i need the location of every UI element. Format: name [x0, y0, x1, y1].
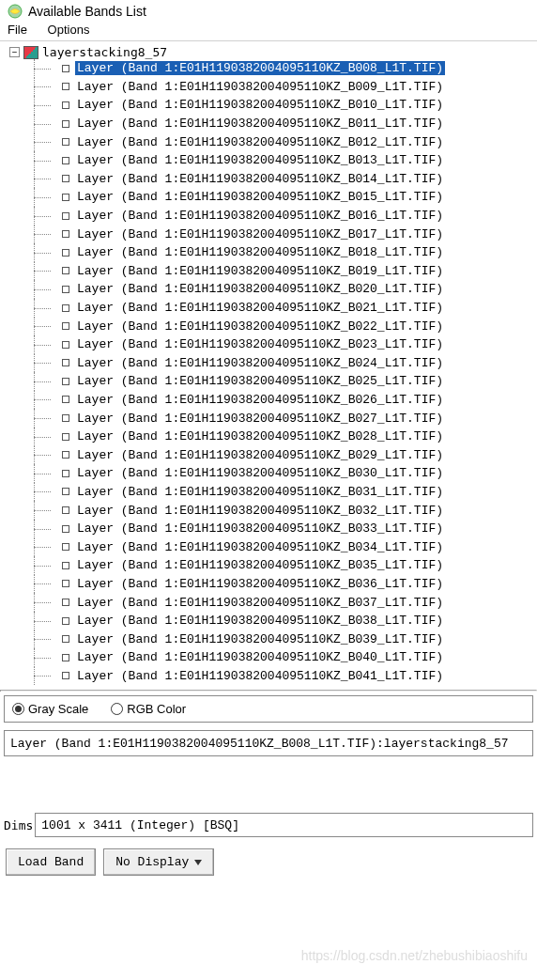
tree-layer-item[interactable]: Layer (Band 1:E01H1190382004095110KZ_B02…: [32, 317, 537, 335]
tree-layer-label[interactable]: Layer (Band 1:E01H1190382004095110KZ_B01…: [75, 209, 445, 223]
tree-layer-label[interactable]: Layer (Band 1:E01H1190382004095110KZ_B03…: [75, 614, 445, 628]
tree-layer-label[interactable]: Layer (Band 1:E01H1190382004095110KZ_B03…: [75, 540, 445, 554]
tree-root-row[interactable]: − layerstacking8_57: [9, 45, 537, 59]
tree-layer-item[interactable]: Layer (Band 1:E01H1190382004095110KZ_B02…: [32, 409, 537, 428]
tree-layer-label[interactable]: Layer (Band 1:E01H1190382004095110KZ_B02…: [75, 448, 445, 462]
tree-layer-item[interactable]: Layer (Band 1:E01H1190382004095110KZ_B03…: [32, 464, 537, 483]
load-band-button[interactable]: Load Band: [6, 848, 96, 876]
tree-layer-label[interactable]: Layer (Band 1:E01H1190382004095110KZ_B03…: [75, 485, 445, 499]
tree-layer-item[interactable]: Layer (Band 1:E01H1190382004095110KZ_B02…: [32, 445, 537, 464]
tree-layer-item[interactable]: Layer (Band 1:E01H1190382004095110KZ_B01…: [32, 115, 537, 133]
tree-layer-label[interactable]: Layer (Band 1:E01H1190382004095110KZ_B01…: [75, 153, 445, 167]
band-leaf-icon: [62, 433, 69, 441]
bands-tree[interactable]: − layerstacking8_57 Layer (Band 1:E01H11…: [0, 41, 537, 690]
tree-layer-item[interactable]: Layer (Band 1:E01H1190382004095110KZ_B01…: [32, 207, 537, 226]
tree-layer-label[interactable]: Layer (Band 1:E01H1190382004095110KZ_B00…: [75, 61, 445, 75]
tree-layer-item[interactable]: Layer (Band 1:E01H1190382004095110KZ_B03…: [32, 520, 537, 538]
tree-layer-label[interactable]: Layer (Band 1:E01H1190382004095110KZ_B01…: [75, 264, 445, 278]
tree-layer-label[interactable]: Layer (Band 1:E01H1190382004095110KZ_B01…: [75, 245, 445, 259]
tree-layer-item[interactable]: Layer (Band 1:E01H1190382004095110KZ_B03…: [32, 483, 537, 502]
button-row: Load Band No Display: [6, 848, 531, 876]
tree-layer-item[interactable]: Layer (Band 1:E01H1190382004095110KZ_B02…: [32, 428, 537, 446]
tree-layer-item[interactable]: Layer (Band 1:E01H1190382004095110KZ_B03…: [32, 593, 537, 612]
tree-connector: [32, 501, 62, 520]
tree-layer-item[interactable]: Layer (Band 1:E01H1190382004095110KZ_B03…: [32, 501, 537, 520]
band-leaf-icon: [62, 599, 69, 606]
tree-layer-label[interactable]: Layer (Band 1:E01H1190382004095110KZ_B03…: [75, 596, 445, 610]
tree-layer-item[interactable]: Layer (Band 1:E01H1190382004095110KZ_B02…: [32, 391, 537, 410]
watermark: https://blog.csdn.net/zhebushibiaoshifu: [301, 948, 528, 963]
tree-layer-item[interactable]: Layer (Band 1:E01H1190382004095110KZ_B03…: [32, 556, 537, 575]
tree-layer-item[interactable]: Layer (Band 1:E01H1190382004095110KZ_B01…: [32, 151, 537, 170]
tree-layer-item[interactable]: Layer (Band 1:E01H1190382004095110KZ_B03…: [32, 575, 537, 594]
tree-layer-item[interactable]: Layer (Band 1:E01H1190382004095110KZ_B02…: [32, 299, 537, 318]
tree-layer-label[interactable]: Layer (Band 1:E01H1190382004095110KZ_B03…: [75, 577, 445, 591]
tree-layer-label[interactable]: Layer (Band 1:E01H1190382004095110KZ_B02…: [75, 282, 445, 296]
tree-layer-label[interactable]: Layer (Band 1:E01H1190382004095110KZ_B03…: [75, 558, 445, 572]
band-leaf-icon: [62, 120, 69, 128]
tree-layer-item[interactable]: Layer (Band 1:E01H1190382004095110KZ_B02…: [32, 280, 537, 299]
tree-root-label[interactable]: layerstacking8_57: [42, 45, 167, 59]
tree-layer-item[interactable]: Layer (Band 1:E01H1190382004095110KZ_B01…: [32, 225, 537, 243]
tree-layer-label[interactable]: Layer (Band 1:E01H1190382004095110KZ_B02…: [75, 374, 445, 388]
tree-layer-label[interactable]: Layer (Band 1:E01H1190382004095110KZ_B02…: [75, 356, 445, 370]
tree-layer-label[interactable]: Layer (Band 1:E01H1190382004095110KZ_B04…: [75, 650, 445, 664]
tree-layer-item[interactable]: Layer (Band 1:E01H1190382004095110KZ_B03…: [32, 612, 537, 630]
tree-layer-item[interactable]: Layer (Band 1:E01H1190382004095110KZ_B03…: [32, 630, 537, 648]
tree-layer-item[interactable]: Layer (Band 1:E01H1190382004095110KZ_B04…: [32, 667, 537, 686]
tree-layer-label[interactable]: Layer (Band 1:E01H1190382004095110KZ_B01…: [75, 172, 445, 186]
tree-layer-item[interactable]: Layer (Band 1:E01H1190382004095110KZ_B01…: [32, 188, 537, 207]
tree-layer-label[interactable]: Layer (Band 1:E01H1190382004095110KZ_B02…: [75, 412, 445, 426]
tree-connector: [32, 612, 62, 630]
tree-layer-item[interactable]: Layer (Band 1:E01H1190382004095110KZ_B01…: [32, 96, 537, 115]
tree-connector: [32, 593, 62, 612]
band-leaf-icon: [62, 617, 69, 625]
tree-layer-item[interactable]: Layer (Band 1:E01H1190382004095110KZ_B00…: [32, 78, 537, 97]
tree-layer-item[interactable]: Layer (Band 1:E01H1190382004095110KZ_B03…: [32, 537, 537, 556]
radio-gray-scale[interactable]: Gray Scale: [12, 702, 88, 716]
band-leaf-icon: [62, 562, 69, 569]
window-title: Available Bands List: [28, 4, 146, 19]
collapse-icon[interactable]: −: [9, 47, 20, 57]
tree-layer-label[interactable]: Layer (Band 1:E01H1190382004095110KZ_B03…: [75, 466, 445, 480]
no-display-button[interactable]: No Display: [103, 848, 214, 876]
tree-layer-label[interactable]: Layer (Band 1:E01H1190382004095110KZ_B01…: [75, 227, 445, 241]
band-leaf-icon: [62, 101, 69, 109]
tree-layer-label[interactable]: Layer (Band 1:E01H1190382004095110KZ_B01…: [75, 98, 445, 112]
tree-layer-item[interactable]: Layer (Band 1:E01H1190382004095110KZ_B01…: [32, 243, 537, 262]
tree-layer-label[interactable]: Layer (Band 1:E01H1190382004095110KZ_B01…: [75, 135, 445, 149]
tree-layer-label[interactable]: Layer (Band 1:E01H1190382004095110KZ_B02…: [75, 393, 445, 407]
tree-connector: [32, 390, 62, 409]
tree-connector: [32, 482, 62, 501]
tree-layer-label[interactable]: Layer (Band 1:E01H1190382004095110KZ_B02…: [75, 301, 445, 315]
menu-file[interactable]: File: [8, 23, 27, 37]
tree-layer-label[interactable]: Layer (Band 1:E01H1190382004095110KZ_B03…: [75, 632, 445, 646]
tree-layer-item[interactable]: Layer (Band 1:E01H1190382004095110KZ_B02…: [32, 354, 537, 373]
tree-layer-label[interactable]: Layer (Band 1:E01H1190382004095110KZ_B04…: [75, 669, 445, 683]
tree-layer-item[interactable]: Layer (Band 1:E01H1190382004095110KZ_B02…: [32, 372, 537, 391]
band-leaf-icon: [62, 267, 69, 274]
tree-layer-label[interactable]: Layer (Band 1:E01H1190382004095110KZ_B01…: [75, 117, 445, 131]
divider: [0, 690, 537, 692]
tree-layer-label[interactable]: Layer (Band 1:E01H1190382004095110KZ_B02…: [75, 429, 445, 443]
tree-layer-item[interactable]: Layer (Band 1:E01H1190382004095110KZ_B01…: [32, 170, 537, 189]
menu-options[interactable]: Options: [48, 23, 90, 37]
tree-connector: [32, 537, 62, 556]
tree-layer-label[interactable]: Layer (Band 1:E01H1190382004095110KZ_B03…: [75, 521, 445, 536]
tree-connector: [32, 132, 62, 151]
tree-layer-label[interactable]: Layer (Band 1:E01H1190382004095110KZ_B03…: [75, 504, 445, 518]
radio-rgb-color[interactable]: RGB Color: [111, 702, 186, 716]
tree-layer-label[interactable]: Layer (Band 1:E01H1190382004095110KZ_B01…: [75, 190, 445, 204]
tree-layer-item[interactable]: Layer (Band 1:E01H1190382004095110KZ_B04…: [32, 648, 537, 667]
tree-layer-item[interactable]: Layer (Band 1:E01H1190382004095110KZ_B00…: [32, 59, 537, 78]
tree-layer-label[interactable]: Layer (Band 1:E01H1190382004095110KZ_B02…: [75, 337, 445, 351]
dims-field[interactable]: 1001 x 3411 (Integer) [BSQ]: [35, 813, 533, 837]
band-leaf-icon: [62, 230, 69, 238]
tree-layer-item[interactable]: Layer (Band 1:E01H1190382004095110KZ_B02…: [32, 335, 537, 354]
tree-connector: [32, 317, 62, 335]
tree-layer-item[interactable]: Layer (Band 1:E01H1190382004095110KZ_B01…: [32, 132, 537, 151]
tree-connector: [32, 556, 62, 575]
tree-layer-label[interactable]: Layer (Band 1:E01H1190382004095110KZ_B00…: [75, 80, 445, 94]
tree-layer-label[interactable]: Layer (Band 1:E01H1190382004095110KZ_B02…: [75, 319, 445, 334]
tree-layer-item[interactable]: Layer (Band 1:E01H1190382004095110KZ_B01…: [32, 262, 537, 281]
